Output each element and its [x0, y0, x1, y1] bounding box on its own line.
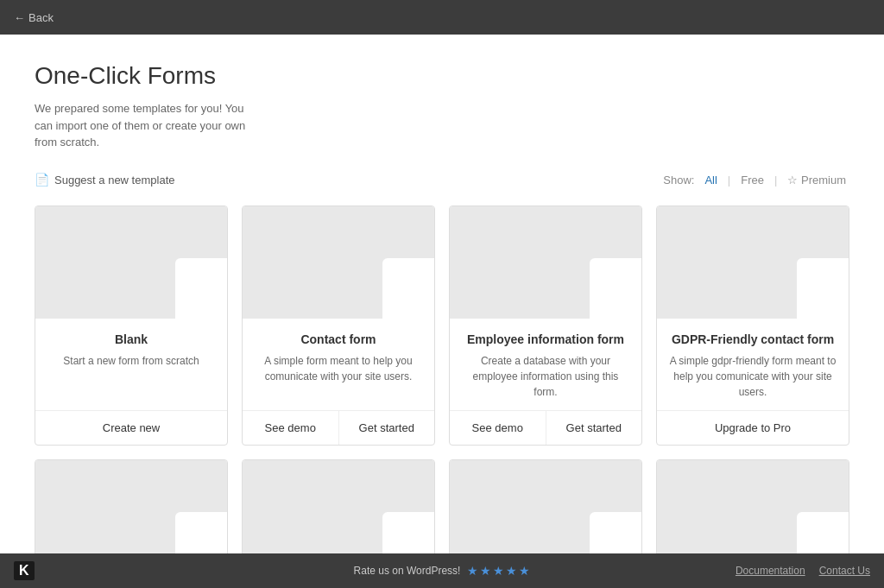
card-footer-blank: Create new: [35, 410, 227, 445]
show-filter: Show: All | Free | ☆ Premium: [663, 172, 849, 188]
back-arrow-icon: ←: [14, 11, 25, 24]
card-footer-employee-info: See demoGet started: [450, 410, 641, 445]
card-thumbnail-appointment: [35, 460, 227, 554]
star-2: ★: [480, 564, 491, 578]
documentation-link[interactable]: Documentation: [736, 565, 805, 577]
top-bar: ← Back: [0, 0, 884, 35]
card-desc-blank: Start a new form from scratch: [46, 353, 217, 400]
card-footer-gdpr-contact: Upgrade to Pro: [657, 410, 849, 445]
rate-us: Rate us on WordPress! ★ ★ ★ ★ ★: [354, 564, 531, 578]
card-desc-contact-form: A simple form meant to help you comunica…: [253, 353, 424, 400]
card-body-gdpr-contact: GDPR-Friendly contact formA simple gdpr-…: [657, 319, 849, 410]
card-title-gdpr-contact: GDPR-Friendly contact form: [667, 332, 838, 346]
filter-free-button[interactable]: Free: [737, 172, 767, 188]
bottom-links: Documentation Contact Us: [736, 565, 870, 577]
card-btn-contact-form-0[interactable]: See demo: [243, 411, 338, 445]
card-gdpr-contact: GDPR-Friendly contact formA simple gdpr-…: [656, 205, 849, 446]
card-thumbnail-customer-feedback: [243, 460, 434, 554]
card-title-contact-form: Contact form: [253, 332, 424, 346]
card-title-employee-info: Employee information form: [460, 332, 631, 346]
card-btn-blank-0[interactable]: Create new: [35, 411, 227, 445]
lightbulb-icon: 📄: [35, 173, 49, 187]
star-3: ★: [493, 564, 504, 578]
card-thumbnail-art-contest: [450, 460, 641, 554]
page-title: One-Click Forms: [35, 62, 849, 90]
card-thumbnail-employee-info: [450, 206, 641, 319]
filter-premium-button[interactable]: ☆ Premium: [784, 172, 849, 188]
card-btn-employee-info-0[interactable]: See demo: [450, 411, 546, 445]
card-desc-employee-info: Create a database with your employee inf…: [460, 353, 631, 400]
card-customer-feedback: Customer feedback form: [242, 459, 435, 554]
bottom-bar: K Rate us on WordPress! ★ ★ ★ ★ ★ Docume…: [0, 553, 884, 588]
card-appointment: Appointment form: [35, 459, 228, 554]
main-content: One-Click Forms We prepared some templat…: [0, 35, 884, 553]
card-desc-gdpr-contact: A simple gdpr-friendly form meant to hel…: [667, 353, 838, 400]
back-label: Back: [28, 11, 54, 24]
card-employee-info: Employee information formCreate a databa…: [449, 205, 642, 446]
card-body-employee-info: Employee information formCreate a databa…: [450, 319, 641, 410]
star-icon: ☆: [787, 174, 798, 187]
filter-divider-2: |: [774, 174, 777, 187]
k-logo: K: [14, 561, 35, 580]
cards-grid: BlankStart a new form from scratchCreate…: [35, 205, 849, 554]
card-thumbnail-blank: [35, 206, 227, 319]
card-btn-employee-info-1[interactable]: Get started: [546, 411, 642, 445]
card-footer-contact-form: See demoGet started: [243, 410, 434, 445]
star-4: ★: [506, 564, 517, 578]
card-thumbnail-contact-form: [243, 206, 434, 319]
card-btn-gdpr-contact-0[interactable]: Upgrade to Pro: [657, 411, 849, 445]
card-blank: BlankStart a new form from scratchCreate…: [35, 205, 228, 446]
suggest-label: Suggest a new template: [54, 174, 174, 187]
show-label: Show:: [663, 174, 694, 187]
card-body-blank: BlankStart a new form from scratch: [35, 319, 227, 410]
card-contact-form: Contact formA simple form meant to help …: [242, 205, 435, 446]
card-job-application: Job application: [656, 459, 849, 554]
star-5: ★: [519, 564, 530, 578]
back-button[interactable]: ← Back: [14, 11, 54, 24]
filter-divider: |: [728, 174, 730, 187]
card-art-contest: Art contest: [449, 459, 642, 554]
filter-all-button[interactable]: All: [701, 172, 720, 188]
rate-us-text: Rate us on WordPress!: [354, 565, 461, 577]
contact-us-link[interactable]: Contact Us: [819, 565, 870, 577]
card-body-contact-form: Contact formA simple form meant to help …: [243, 319, 434, 410]
card-thumbnail-job-application: [657, 460, 849, 554]
suggest-template-link[interactable]: 📄 Suggest a new template: [35, 173, 174, 187]
stars: ★ ★ ★ ★ ★: [467, 564, 530, 578]
card-btn-contact-form-1[interactable]: Get started: [338, 411, 435, 445]
card-title-blank: Blank: [46, 332, 217, 346]
star-1: ★: [467, 564, 478, 578]
page-subtitle: We prepared some templates for you! You …: [35, 100, 259, 151]
toolbar: 📄 Suggest a new template Show: All | Fre…: [35, 172, 849, 188]
filter-premium-label: Premium: [801, 174, 846, 187]
card-thumbnail-gdpr-contact: [657, 206, 849, 319]
